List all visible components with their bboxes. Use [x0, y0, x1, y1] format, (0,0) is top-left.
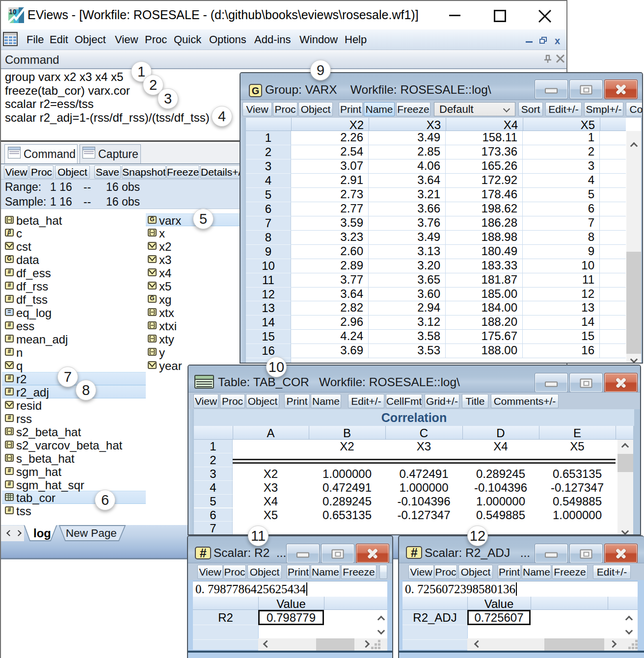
svg-text:10: 10 [9, 8, 17, 16]
